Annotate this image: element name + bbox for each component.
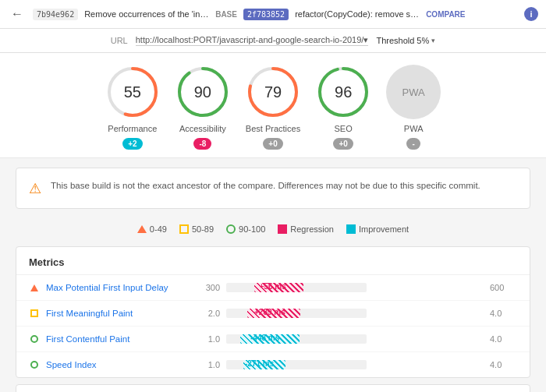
metric-name-2[interactable]: First Contentful Paint [46, 334, 186, 344]
topbar: ← 7b94e962 Remove occurrences of the 'in… [0, 0, 546, 29]
compare-commit-hash: 2f783852 [243, 9, 289, 20]
metric-end-1: 4.0 [490, 309, 517, 318]
table-row: Max Potential First Input Delay 300 +56 … [16, 275, 530, 301]
metric-bar-2: -448 ms [226, 331, 484, 347]
warning-box: ⚠ This base build is not the exact ances… [16, 168, 530, 209]
metric-icon-1 [29, 308, 40, 319]
score-label-best-practices: Best Practices [246, 124, 300, 133]
score-badge-seo: +0 [333, 138, 353, 150]
pwa-circle: PWA [386, 65, 441, 119]
table-row: First Contentful Paint 1.0 -448 ms 4.0 [16, 327, 530, 352]
legend-item-regression: Regression [278, 224, 334, 234]
score-label-accessibility: Accessibility [179, 124, 226, 133]
metric-base-3: 1.0 [193, 360, 220, 369]
metric-end-0: 600 [490, 283, 517, 292]
score-badge-performance: +2 [122, 138, 142, 150]
metric-circle-icon [30, 335, 38, 343]
metric-change-3: -271 ms [245, 359, 274, 368]
legend-improvement-icon [346, 224, 356, 234]
legend-triangle-icon [137, 225, 147, 233]
legend-circle-icon [226, 224, 236, 234]
score-circle-accessibility: 90 [176, 65, 230, 119]
legend-item-0-49: 0-49 [137, 224, 167, 234]
warning-text: This base build is not the exact ancesto… [51, 179, 480, 192]
score-seo: 96 SEO +0 [316, 65, 370, 150]
metric-name-1[interactable]: First Meaningful Paint [46, 309, 186, 318]
metric-base-0: 300 [193, 283, 220, 292]
url-label: URL [111, 36, 128, 45]
score-performance: 55 Performance +2 [105, 65, 160, 150]
legend-label-50-89: 50-89 [192, 224, 214, 234]
metric-change-1: +289 ms [254, 308, 285, 316]
scores-section: 55 Performance +2 90 Accessibility -8 79 [0, 53, 546, 158]
score-label-seo: SEO [335, 124, 353, 133]
metric-icon-0 [29, 282, 40, 293]
base-commit-hash: 7b94e962 [33, 9, 78, 20]
legend-label-0-49: 0-49 [150, 224, 167, 234]
metric-circle-icon [30, 361, 38, 369]
score-label-pwa: PWA [404, 124, 424, 133]
metric-change-0: +56 ms [260, 282, 286, 291]
base-label: BASE [215, 10, 237, 19]
legend-label-90-100: 90-100 [239, 224, 265, 234]
score-badge-pwa: - [406, 138, 420, 150]
compare-label: COMPARE [426, 10, 465, 19]
metrics-title: Metrics [16, 247, 530, 275]
legend: 0-4950-8990-100RegressionImprovement [0, 218, 546, 240]
metric-triangle-icon [30, 284, 38, 291]
metrics-card: Metrics Max Potential First Input Delay … [16, 246, 530, 378]
metric-name-3[interactable]: Speed Index [46, 360, 186, 369]
score-circle-performance: 55 [105, 65, 160, 119]
metric-bar-3: -271 ms [226, 357, 484, 373]
legend-label-regression: Regression [290, 224, 334, 234]
compare-commit-msg: refactor(CopyCode): remove superfluous a… [295, 9, 420, 19]
score-badge-accessibility: -8 [193, 138, 211, 150]
metric-end-2: 4.0 [490, 334, 517, 344]
legend-regression-icon [278, 224, 287, 234]
metric-icon-2 [29, 334, 40, 344]
metric-name-0[interactable]: Max Potential First Input Delay [46, 283, 186, 292]
opportunities-card: Opportunities Eliminate render-blocking … [16, 384, 530, 392]
threshold-dropdown-arrow: ▾ [431, 37, 435, 44]
score-pwa: PWA PWA - [386, 65, 441, 150]
threshold-value: 5% [417, 36, 429, 45]
score-best-practices: 79 Best Practices +0 [246, 65, 300, 150]
threshold-label: Threshold [376, 36, 414, 45]
score-badge-best-practices: +0 [263, 138, 282, 150]
back-button[interactable]: ← [8, 5, 27, 23]
metric-square-icon [30, 309, 38, 317]
back-icon: ← [11, 7, 23, 21]
warning-icon: ⚠ [29, 180, 41, 197]
metric-end-3: 4.0 [490, 360, 517, 369]
score-circle-seo: 96 [316, 65, 370, 119]
score-accessibility: 90 Accessibility -8 [176, 65, 230, 150]
score-value-best-practices: 79 [264, 83, 282, 101]
urlbar: URL http://localhost:PORT/javascript-and… [0, 29, 546, 53]
metric-change-2: -448 ms [250, 334, 279, 342]
score-circle-best-practices: 79 [246, 65, 300, 119]
legend-item-improvement: Improvement [346, 224, 409, 234]
table-row: First Meaningful Paint 2.0 +289 ms 4.0 [16, 301, 530, 327]
metric-base-1: 2.0 [193, 309, 220, 318]
base-commit-msg: Remove occurrences of the 'intrinsicsize… [84, 9, 209, 19]
opportunities-title: Opportunities [16, 385, 530, 392]
metric-base-2: 1.0 [193, 334, 220, 344]
metric-bar-1: +289 ms [226, 305, 484, 321]
url-value[interactable]: http://localhost:PORT/javascript-and-goo… [136, 35, 369, 46]
legend-square-icon [179, 224, 189, 234]
score-value-performance: 55 [124, 83, 141, 101]
score-label-performance: Performance [108, 124, 157, 133]
score-value-accessibility: 90 [194, 83, 211, 101]
table-row: Speed Index 1.0 -271 ms 4.0 [16, 352, 530, 377]
threshold-dropdown[interactable]: Threshold 5% ▾ [376, 36, 435, 45]
info-icon[interactable]: i [524, 7, 538, 21]
legend-item-90-100: 90-100 [226, 224, 265, 234]
metric-bar-0: +56 ms [226, 280, 484, 295]
legend-item-50-89: 50-89 [179, 224, 214, 234]
score-value-seo: 96 [335, 83, 352, 101]
legend-label-improvement: Improvement [359, 224, 409, 234]
metric-icon-3 [29, 359, 40, 370]
